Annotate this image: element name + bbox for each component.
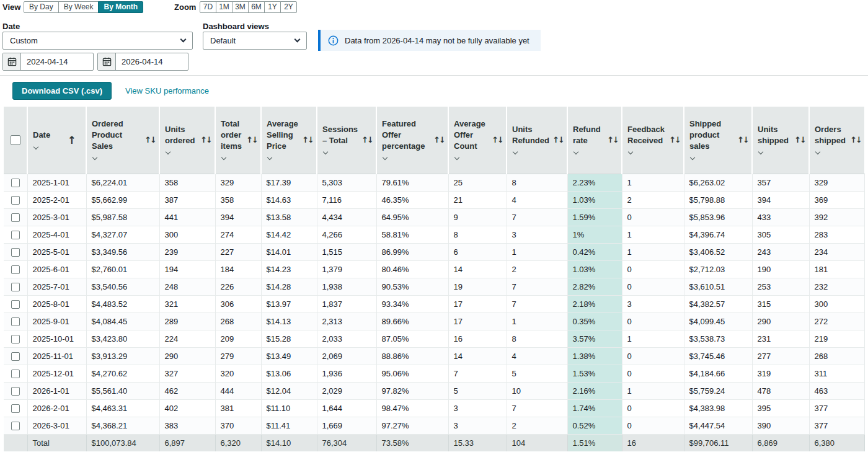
cell-featured-offer-percentage: 89.66% [376,312,448,330]
sort-asc-icon[interactable]: ↑ [68,134,76,146]
column-menu-chevron-icon[interactable] [323,149,328,154]
cell-sessions-total: 2,033 [317,330,376,347]
row-checkbox[interactable] [11,404,20,413]
column-menu-chevron-icon[interactable] [221,155,226,160]
column-menu-chevron-icon[interactable] [383,155,388,160]
sort-icon[interactable]: ↑↓ [737,135,748,144]
sort-icon[interactable]: ↑↓ [552,135,564,144]
cell-average-selling-price: $13.58 [261,208,317,226]
sort-icon[interactable]: ↑↓ [607,135,618,144]
zoom-option-7d[interactable]: 7D [200,1,216,13]
col-header-date[interactable]: Date↑ [27,107,86,174]
sort-icon[interactable]: ↑↓ [794,135,805,144]
sort-icon[interactable]: ↑↓ [433,135,445,144]
col-header-orders-shipped[interactable]: Orders shipped↑↓ [809,107,864,174]
cell-featured-offer-percentage: 98.47% [376,399,448,417]
column-menu-chevron-icon[interactable] [33,144,38,149]
cell-average-offer-count: 21 [448,191,507,208]
sort-icon[interactable]: ↑↓ [669,135,680,144]
end-date-input[interactable]: 2026-04-14 [97,53,188,71]
row-checkbox[interactable] [11,213,20,222]
sort-icon[interactable]: ↑↓ [492,135,503,144]
column-menu-chevron-icon[interactable] [267,155,272,160]
column-menu-chevron-icon[interactable] [513,149,518,154]
row-checkbox[interactable] [11,422,20,430]
row-checkbox[interactable] [11,179,20,187]
column-menu-chevron-icon[interactable] [815,149,820,154]
cell-orders-shipped: 377 [809,399,864,417]
calendar-icon[interactable] [98,53,116,70]
row-checkbox[interactable] [11,283,20,291]
zoom-option-3m[interactable]: 3M [232,1,249,13]
row-checkbox[interactable] [11,265,20,274]
cell-average-offer-count: 16 [448,330,507,347]
column-menu-chevron-icon[interactable] [92,155,97,160]
row-checkbox[interactable] [11,352,20,361]
start-date-input[interactable]: 2024-04-14 [2,53,94,71]
zoom-option-1m[interactable]: 1M [216,1,232,13]
col-header-units-refunded[interactable]: Units Refunded↑↓ [507,107,567,174]
date-range-select[interactable]: Custom [2,32,193,50]
total-featured-offer-percentage: 73.58% [376,434,448,451]
end-date-value[interactable]: 2026-04-14 [116,57,163,66]
zoom-option-2y[interactable]: 2Y [280,1,297,13]
table-row: 2026-3-01$4,368.21383370$11.411,66997.27… [4,417,864,434]
col-header-units-ordered[interactable]: Units ordered↑↓ [159,107,215,174]
col-header-average-selling-price[interactable]: Average Selling Price↑↓ [261,107,317,174]
zoom-option-1y[interactable]: 1Y [264,1,281,13]
column-menu-chevron-icon[interactable] [166,149,170,154]
view-option-by-week[interactable]: By Week [58,1,99,13]
sort-icon[interactable]: ↑↓ [361,135,373,144]
cell-total-order-items: 226 [215,278,261,295]
column-menu-chevron-icon[interactable] [690,155,695,160]
column-menu-chevron-icon[interactable] [574,149,578,154]
cell-sessions-total: 4,266 [317,226,376,243]
view-sku-performance-link[interactable]: View SKU performance [125,86,209,95]
row-checkbox[interactable] [11,196,20,205]
row-checkbox[interactable] [11,248,20,257]
cell-average-offer-count: 17 [448,295,507,312]
cell-date: 2025-12-01 [27,365,86,382]
total-label: Total [27,434,86,451]
col-header-featured-offer-percentage[interactable]: Featured Offer percentage↑↓ [376,107,448,174]
sort-icon[interactable]: ↑↓ [850,135,861,144]
table-row: 2025-2-01$5,662.99387358$14.637,11646.35… [4,191,864,208]
col-header-shipped-product-sales[interactable]: Shipped product sales↑↓ [684,107,752,174]
sort-icon[interactable]: ↑↓ [246,135,257,144]
row-checkbox[interactable] [11,335,20,343]
row-checkbox[interactable] [11,317,20,326]
calendar-icon[interactable] [3,53,21,70]
cell-average-offer-count: 17 [448,312,507,330]
view-option-by-day[interactable]: By Day [24,1,59,13]
col-header-units-shipped[interactable]: Units shipped↑↓ [752,107,809,174]
start-date-value[interactable]: 2024-04-14 [21,57,68,66]
row-checkbox[interactable] [11,370,20,378]
sort-icon[interactable]: ↑↓ [302,135,313,144]
col-header-refund-rate[interactable]: Refund rate↑↓ [567,107,622,174]
column-menu-chevron-icon[interactable] [454,155,459,160]
col-header-ordered-product-sales[interactable]: Ordered Product Sales↑↓ [86,107,159,174]
column-menu-chevron-icon[interactable] [628,149,633,154]
sort-icon[interactable]: ↑↓ [200,135,211,144]
col-header-total-order-items[interactable]: Total order items↑↓ [215,107,261,174]
table-row: 2025-11-01$3,913.29290279$13.492,06988.8… [4,347,864,365]
col-header-sessions-total[interactable]: Sessions – Total↑↓ [317,107,376,174]
table-row: 2025-12-01$4,270.62327320$13.061,93695.0… [4,365,864,382]
cell-feedback-received: 0 [622,208,684,226]
cell-ordered-product-sales: $5,662.99 [86,191,159,208]
dashboard-views-select[interactable]: Default [203,32,307,50]
row-checkbox[interactable] [11,231,20,239]
download-csv-button[interactable]: Download CSV (.csv) [12,82,112,100]
cell-shipped-product-sales: $4,382.57 [684,295,752,312]
col-header-feedback-received[interactable]: Feedback Received↑↓ [622,107,684,174]
cell-feedback-received: 1 [622,330,684,347]
column-menu-chevron-icon[interactable] [758,149,763,154]
select-all-checkbox[interactable] [11,135,20,145]
row-checkbox[interactable] [11,387,20,396]
cell-average-selling-price: $13.49 [261,347,317,365]
col-header-average-offer-count[interactable]: Average Offer Count↑↓ [448,107,507,174]
zoom-option-6m[interactable]: 6M [248,1,265,13]
sort-icon[interactable]: ↑↓ [144,135,156,144]
row-checkbox[interactable] [11,300,20,309]
view-option-by-month[interactable]: By Month [98,1,143,13]
